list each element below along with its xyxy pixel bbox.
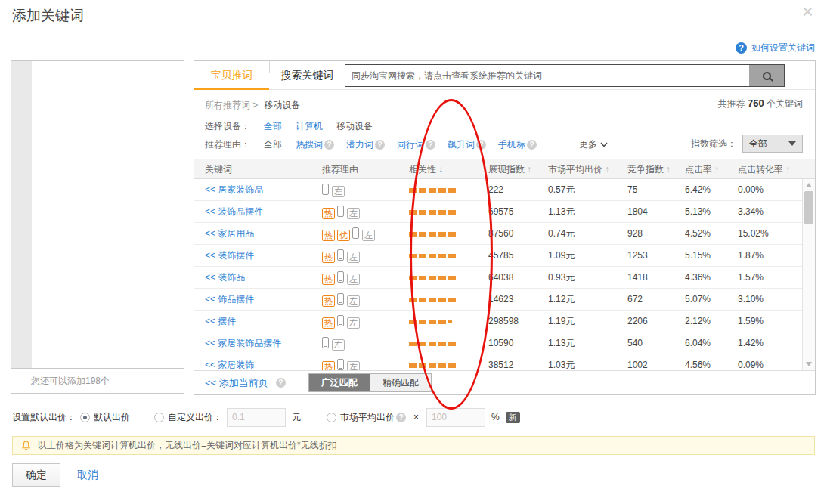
cancel-link[interactable]: 取消 xyxy=(77,463,98,487)
left-badge-icon: 左 xyxy=(347,317,360,329)
avg_price-value: 1.13元 xyxy=(548,332,627,354)
exact-match-button[interactable]: 精确匹配 xyxy=(370,374,431,391)
keyword-link[interactable]: << 居家装饰品 xyxy=(205,179,322,200)
broad-match-button[interactable]: 广泛匹配 xyxy=(309,374,370,391)
relevance-dash-icon xyxy=(419,210,426,215)
relevance-dash-icon xyxy=(429,363,436,368)
confirm-button[interactable]: 确定 xyxy=(12,463,60,487)
relevance-dash-icon xyxy=(448,254,456,258)
reason-option-label[interactable]: 同行词 xyxy=(397,138,424,151)
help-icon[interactable]: ? xyxy=(324,140,334,150)
keyword-link[interactable]: << 摆件 xyxy=(205,311,322,332)
keyword-link[interactable]: << 家居装饰 xyxy=(205,354,322,370)
scroll-up-icon[interactable] xyxy=(806,183,812,187)
help-icon[interactable]: ? xyxy=(527,140,537,150)
new-feature-badge: 新 xyxy=(506,412,520,423)
reason-badges: 左 xyxy=(322,179,409,200)
relevance-dash-icon xyxy=(419,320,426,324)
search-button[interactable] xyxy=(749,65,784,86)
ctr-value: 6.42% xyxy=(685,179,738,200)
reason-option-label[interactable]: 全部 xyxy=(264,138,282,151)
help-icon[interactable]: ? xyxy=(476,140,486,150)
relevance-dash-icon xyxy=(438,298,446,302)
reason-option: 热搜词? xyxy=(296,138,334,151)
reason-options: 全部热搜词?潜力词?同行词?飙升词?手机标? xyxy=(264,138,549,151)
sort-asc-icon[interactable]: ↑ xyxy=(666,164,671,175)
custom-bid-input[interactable] xyxy=(227,408,286,427)
relevance-dash-icon xyxy=(409,363,417,368)
reason-option: 全部 xyxy=(264,138,283,151)
scrollbar-thumb[interactable] xyxy=(804,191,813,224)
device-option-link[interactable]: 计算机 xyxy=(296,120,323,133)
ctr-value: 5.15% xyxy=(685,245,738,266)
market-avg-help-icon[interactable]: ? xyxy=(396,413,406,422)
default-bid-radio[interactable] xyxy=(80,413,90,422)
breadcrumb-parent[interactable]: 所有推荐词 > xyxy=(205,99,258,112)
market-avg-radio[interactable] xyxy=(327,413,336,422)
keyword-link[interactable]: << 家居用品 xyxy=(205,223,322,244)
keyword-link[interactable]: << 装饰摆件 xyxy=(205,245,322,266)
table-row: << 居家装饰品左2220.57元756.42%0.00% xyxy=(194,179,815,201)
reason-option-label[interactable]: 热搜词 xyxy=(296,138,323,151)
column-label: 市场平均出价 xyxy=(548,164,602,175)
tab-search-keywords[interactable]: 搜索关键词 xyxy=(270,61,345,90)
table-footer: << 添加当前页 ? 广泛匹配 精确匹配 xyxy=(194,370,815,394)
search-icon xyxy=(763,72,771,80)
table-row: << 摆件热左2985981.19元22062.12%1.59% xyxy=(194,311,815,332)
impressions-value: 64038 xyxy=(488,267,548,288)
reason-option: 飙升词? xyxy=(448,138,486,151)
index-filter-dropdown[interactable]: 全部 xyxy=(742,135,803,153)
device-filter-label: 选择设备： xyxy=(205,120,250,133)
scroll-down-icon[interactable] xyxy=(806,362,812,366)
breadcrumb-current: 移动设备 xyxy=(264,99,300,112)
best-badge-icon: 优 xyxy=(337,230,350,241)
column-header-4[interactable]: 市场平均出价↑ xyxy=(548,159,627,179)
reason-option-label[interactable]: 飙升词 xyxy=(448,138,475,151)
close-icon[interactable]: × xyxy=(802,2,813,21)
reason-option-label[interactable]: 潜力词 xyxy=(346,138,373,151)
relevance-dash-icon xyxy=(448,320,452,323)
table-scrollbar[interactable] xyxy=(802,179,815,370)
column-header-6[interactable]: 点击率↑ xyxy=(685,159,738,179)
add-page-help-icon[interactable]: ? xyxy=(276,378,286,388)
keyword-link[interactable]: << 家居装饰品摆件 xyxy=(205,332,322,354)
selected-keywords-panel: 您还可以添加198个 xyxy=(11,60,184,394)
how-to-set-keywords-link[interactable]: ? 如何设置关键词 xyxy=(736,42,815,54)
tab-item-recommend[interactable]: 宝贝推词 xyxy=(194,61,269,90)
keyword-link[interactable]: << 饰品摆件 xyxy=(205,289,322,310)
relevance-dash-icon xyxy=(438,342,446,346)
competition-value: 672 xyxy=(627,289,685,310)
add-current-page-link[interactable]: << 添加当前页 xyxy=(205,376,268,390)
device-option-link[interactable]: 全部 xyxy=(264,120,282,133)
help-icon[interactable]: ? xyxy=(375,140,385,150)
relevance-dash-icon xyxy=(448,276,456,280)
sort-asc-icon[interactable]: ↑ xyxy=(714,164,719,175)
relevance-bars xyxy=(409,311,488,332)
sort-asc-icon[interactable]: ↑ xyxy=(785,164,790,175)
reason-option-label[interactable]: 手机标 xyxy=(498,138,525,151)
relevance-dash-icon xyxy=(429,298,436,302)
column-header-7[interactable]: 点击转化率↑ xyxy=(738,159,797,179)
help-icon[interactable]: ? xyxy=(426,140,435,150)
relevance-dash-icon xyxy=(448,210,456,215)
keyword-search-input[interactable] xyxy=(345,64,785,87)
help-question-icon: ? xyxy=(736,42,747,54)
device-option-selected[interactable]: 移动设备 xyxy=(336,120,373,133)
keyword-link[interactable]: << 装饰品 xyxy=(205,267,322,288)
column-header-2[interactable]: 相关性↓ xyxy=(409,159,488,179)
column-header-3[interactable]: 展现指数↑ xyxy=(488,159,548,179)
impressions-value: 38512 xyxy=(488,354,548,370)
sort-desc-icon[interactable]: ↓ xyxy=(438,164,443,175)
keyword-link[interactable]: << 装饰品摆件 xyxy=(205,201,322,222)
relevance-dash-icon xyxy=(409,342,417,346)
bell-icon xyxy=(20,440,32,451)
sort-asc-icon[interactable]: ↑ xyxy=(605,164,609,175)
more-filters-button[interactable]: 更多 xyxy=(579,138,608,151)
market-percent-input[interactable] xyxy=(426,408,485,427)
custom-bid-radio[interactable] xyxy=(154,413,164,422)
add-keywords-dialog: 添加关键词 × ? 如何设置关键词 您还可以添加198个 宝贝推词搜索关键词 所… xyxy=(0,0,827,504)
column-label: 推荐理由 xyxy=(322,164,358,175)
column-header-5[interactable]: 竞争指数↑ xyxy=(627,159,685,179)
relevance-dash-icon xyxy=(409,232,417,237)
sort-asc-icon[interactable]: ↑ xyxy=(527,164,531,175)
